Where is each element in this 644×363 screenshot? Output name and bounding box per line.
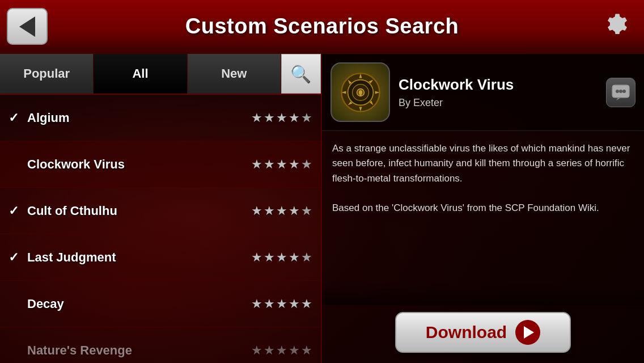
back-arrow-icon [19,16,35,37]
star-rating: ★ ★ ★ ★ ★ [251,343,312,358]
checkmark-icon: ✓ [9,204,24,218]
svg-rect-5 [359,93,361,96]
list-item[interactable]: Nature's Revenge ★ ★ ★ ★ ★ [0,327,321,363]
svg-point-8 [616,90,619,93]
svg-point-9 [619,90,622,93]
search-tab-button[interactable]: 🔍 [281,54,321,94]
scenario-name: Nature's Revenge [24,343,251,358]
main-content: Popular All New 🔍 ✓ Algium ★ ★ ★ [0,54,644,363]
list-item[interactable]: Decay ★ ★ ★ ★ ★ [0,281,321,327]
scenario-name: Algium [24,111,251,125]
list-item[interactable]: Clockwork Virus ★ ★ ★ ★ ★ [0,141,321,188]
scenario-name: Cult of Cthulhu [24,204,251,218]
list-item[interactable]: ✓ Algium ★ ★ ★ ★ ★ [0,95,321,141]
star-rating: ★ ★ ★ ★ ★ [251,157,312,172]
right-panel: Clockwork Virus By Exeter As a strange u… [322,54,644,363]
tab-all[interactable]: All [94,54,187,94]
message-icon [612,85,630,100]
download-button[interactable]: Download [395,312,571,353]
list-item[interactable]: ✓ Last Judgment ★ ★ ★ ★ ★ [0,234,321,281]
star-rating: ★ ★ ★ ★ ★ [251,297,312,311]
svg-point-10 [622,90,626,93]
scenario-name: Last Judgment [24,250,251,265]
header: Custom Scenarios Search [0,0,644,54]
download-label: Download [426,323,507,342]
detail-header: Clockwork Virus By Exeter [322,54,644,131]
list-item[interactable]: ✓ Cult of Cthulhu ★ ★ ★ ★ ★ [0,188,321,234]
fade-overlay [322,282,644,305]
gear-icon [603,12,632,41]
settings-button[interactable] [601,11,633,42]
download-bar: Download [322,305,644,363]
detail-description: As a strange unclassifiable virus the li… [332,141,634,216]
tab-popular[interactable]: Popular [0,54,94,94]
message-button[interactable] [606,78,635,107]
clockwork-icon [338,70,383,115]
play-icon [515,320,540,345]
detail-body: As a strange unclassifiable virus the li… [322,131,644,305]
detail-title: Clockwork Virus [399,76,598,94]
star-rating: ★ ★ ★ ★ ★ [251,111,312,125]
checkmark-icon: ✓ [9,111,24,125]
left-panel: Popular All New 🔍 ✓ Algium ★ ★ ★ [0,54,322,363]
thumbnail-artwork [332,64,389,121]
scenario-name: Clockwork Virus [24,157,251,172]
back-button[interactable] [7,8,48,45]
tab-new[interactable]: New [188,54,281,94]
search-icon: 🔍 [290,64,311,84]
detail-info: Clockwork Virus By Exeter [399,76,598,109]
scenario-thumbnail [331,62,390,122]
tab-bar: Popular All New 🔍 [0,54,321,95]
scenario-list[interactable]: ✓ Algium ★ ★ ★ ★ ★ Clockwork Virus ★ ★ ★ [0,95,321,363]
detail-author: By Exeter [399,97,598,109]
checkmark-icon: ✓ [9,250,24,265]
page-title: Custom Scenarios Search [185,14,459,39]
star-rating: ★ ★ ★ ★ ★ [251,250,312,265]
play-triangle-icon [524,326,534,339]
star-rating: ★ ★ ★ ★ ★ [251,204,312,218]
scenario-name: Decay [24,297,251,311]
